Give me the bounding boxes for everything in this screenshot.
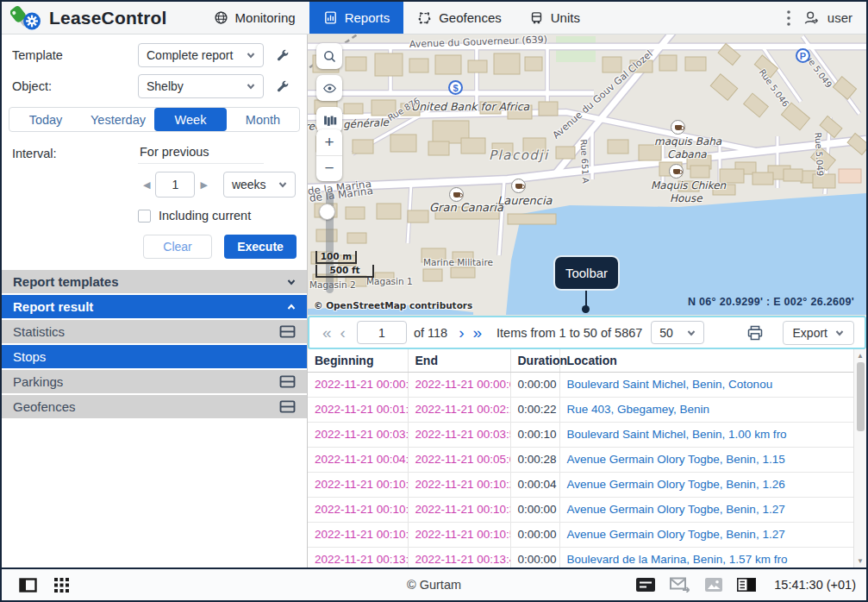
table-row[interactable]: 2022-11-21 00:04:322022-11-21 00:05:000:… — [308, 447, 853, 472]
stops-table: Beginning End Duration Location 2022-11-… — [308, 349, 853, 568]
geofence-icon — [417, 10, 432, 25]
zoom-out-button[interactable]: − — [316, 156, 342, 182]
toggle-sidebar-button[interactable] — [19, 578, 37, 593]
location-link[interactable]: Avenue Germain Olory Togbe, Benin, 1.26 — [559, 472, 853, 497]
map-search-button[interactable] — [316, 43, 342, 69]
brand: LeaseControl — [2, 2, 167, 34]
preset-week[interactable]: Week — [154, 108, 227, 131]
template-settings-button[interactable] — [275, 48, 290, 63]
page-number-input[interactable] — [357, 321, 407, 344]
including-current-option[interactable]: Including current — [138, 209, 307, 223]
preset-month[interactable]: Month — [227, 108, 299, 131]
column-header-beginning[interactable]: Beginning — [308, 349, 408, 372]
interval-label: Interval: — [12, 147, 138, 160]
column-header-duration[interactable]: Duration — [510, 349, 559, 372]
table-row[interactable]: 2022-11-21 00:10:382022-11-21 00:10:380:… — [308, 497, 853, 522]
report-templates-section[interactable]: Report templates — [2, 270, 307, 293]
image-button[interactable] — [705, 578, 722, 592]
export-button[interactable]: Export — [783, 321, 854, 345]
object-settings-button[interactable] — [275, 79, 290, 94]
split-view-button[interactable] — [737, 578, 756, 592]
location-link[interactable]: Boulevard Saint Michel, Benin, Cotonou — [559, 372, 853, 397]
location-link[interactable]: Avenue Germain Olory Togbe, Benin, 1.27 — [559, 522, 853, 547]
location-link[interactable]: Avenue Germain Olory Togbe, Benin, 1.27 — [559, 497, 853, 522]
navbar-spacer — [594, 2, 775, 34]
scroll-up-arrow[interactable]: ▲ — [857, 349, 864, 362]
wrench-icon — [275, 79, 290, 94]
table-row[interactable]: 2022-11-21 00:10:542022-11-21 00:10:540:… — [308, 522, 853, 547]
end-cell: 2022-11-21 00:00:06 — [408, 372, 510, 397]
result-item-label: Statistics — [13, 324, 65, 339]
table-icon[interactable] — [279, 400, 296, 413]
result-item-label: Parkings — [13, 374, 63, 389]
template-select[interactable]: Complete report — [138, 43, 264, 67]
next-page-button[interactable]: › — [454, 324, 468, 341]
tab-units[interactable]: Units — [515, 2, 594, 34]
interval-presets: Today Yesterday Week Month — [9, 107, 300, 132]
location-link[interactable]: Boulevard de la Marina, Benin, 1.57 km f… — [559, 547, 853, 568]
interval-count-input[interactable] — [155, 172, 195, 198]
result-item-geofences[interactable]: Geofences — [2, 395, 307, 418]
tab-geofences[interactable]: Geofences — [403, 2, 515, 34]
send-report-button[interactable] — [670, 577, 690, 593]
including-current-label: Including current — [159, 209, 251, 223]
items-range-text: Items from 1 to 50 of 5867 — [496, 326, 642, 340]
last-page-button[interactable]: » — [468, 324, 486, 341]
interval-mode-select[interactable]: For previous — [138, 142, 264, 164]
object-select[interactable]: Shelby — [138, 74, 264, 98]
beginning-cell: 2022-11-21 00:10:38 — [308, 497, 408, 522]
overflow-menu-button[interactable] — [775, 2, 802, 34]
result-item-stops[interactable]: Stops — [2, 345, 307, 368]
result-item-parkings[interactable]: Parkings — [2, 370, 307, 393]
location-link[interactable]: Rue 403, Gbegamey, Benin — [559, 397, 853, 422]
wrench-icon — [275, 48, 290, 63]
result-item-statistics[interactable]: Statistics — [2, 320, 307, 343]
preset-yesterday[interactable]: Yesterday — [82, 108, 154, 131]
scrollbar-thumb[interactable] — [857, 362, 865, 431]
zoom-slider-knob[interactable] — [319, 204, 335, 220]
first-page-button[interactable]: « — [318, 324, 336, 341]
scale-metric: 100 m — [315, 251, 357, 264]
table-row[interactable]: 2022-11-21 00:10:162022-11-21 00:10:200:… — [308, 472, 853, 497]
column-header-end[interactable]: End — [408, 349, 510, 372]
map-canvas[interactable]: Avenue du Gouverneur (639)Rue 5.046Rue 5… — [308, 34, 866, 316]
column-header-location[interactable]: Location — [559, 349, 853, 372]
tab-label: Units — [551, 10, 580, 25]
duration-cell: 0:00:00 — [510, 497, 559, 522]
table-icon[interactable] — [279, 375, 296, 388]
increment-arrow[interactable]: ▶ — [195, 176, 212, 194]
section-label: Report templates — [13, 274, 119, 289]
location-link[interactable]: Avenue Germain Olory Togbe, Benin, 1.15 — [559, 447, 853, 472]
prev-page-button[interactable]: ‹ — [336, 324, 350, 341]
location-link[interactable]: Boulevard Saint Michel, Benin, 1.00 km f… — [559, 422, 853, 447]
table-row[interactable]: 2022-11-21 00:01:502022-11-21 00:02:120:… — [308, 397, 853, 422]
dollar-map-icon: $ — [448, 80, 463, 95]
table-row[interactable]: 2022-11-21 00:13:442022-11-21 00:13:440:… — [308, 547, 853, 568]
scroll-down-arrow[interactable]: ▼ — [857, 555, 864, 568]
zoom-in-button[interactable]: + — [316, 129, 342, 156]
clear-button[interactable]: Clear — [143, 235, 212, 259]
page-size-select[interactable]: 50 — [651, 321, 704, 344]
result-item-label: Geofences — [13, 399, 76, 414]
user-menu[interactable]: user — [802, 2, 866, 34]
report-card-button[interactable] — [636, 578, 655, 592]
cafe-map-icon — [669, 164, 684, 179]
print-button[interactable] — [746, 324, 764, 342]
end-cell: 2022-11-21 00:10:54 — [408, 522, 510, 547]
interval-unit-select[interactable]: weeks — [223, 172, 296, 198]
table-row[interactable]: 2022-11-21 00:00:062022-11-21 00:00:060:… — [308, 372, 853, 397]
tab-monitoring[interactable]: Monitoring — [200, 2, 309, 34]
including-current-checkbox[interactable] — [138, 210, 151, 223]
beginning-cell: 2022-11-21 00:13:44 — [308, 547, 408, 568]
apps-grid-button[interactable] — [54, 578, 69, 593]
report-result-section[interactable]: Report result — [2, 295, 307, 318]
execute-button[interactable]: Execute — [224, 235, 297, 259]
decrement-arrow[interactable]: ◀ — [138, 176, 155, 194]
table-row[interactable]: 2022-11-21 00:03:402022-11-21 00:03:500:… — [308, 422, 853, 447]
table-icon[interactable] — [279, 325, 296, 338]
preset-today[interactable]: Today — [9, 108, 82, 131]
map-visibility-button[interactable] — [316, 75, 342, 101]
clock: 15:41:30 (+01) — [774, 578, 856, 592]
tab-reports[interactable]: Reports — [309, 2, 404, 34]
table-scrollbar[interactable]: ▲ ▼ — [853, 349, 866, 568]
